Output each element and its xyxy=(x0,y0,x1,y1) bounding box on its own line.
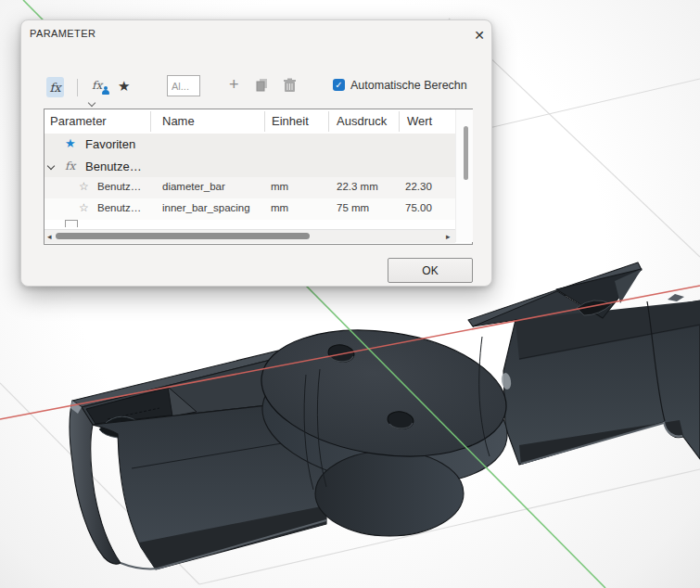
add-parameter-button[interactable]: + xyxy=(229,75,239,95)
vertical-scrollbar[interactable] xyxy=(455,109,473,242)
column-header-parameter[interactable]: Parameter xyxy=(50,114,107,128)
scroll-right-arrow-icon[interactable]: ▸ xyxy=(446,232,451,241)
column-header-ausdruck[interactable]: Ausdruck xyxy=(337,114,387,128)
column-header-wert[interactable]: Wert xyxy=(407,114,432,128)
row-unit: mm xyxy=(271,181,288,192)
row-category: Benutz… xyxy=(97,202,141,213)
3d-model-connector[interactable] xyxy=(70,262,700,569)
parameter-dialog: PARAMETER ✕ fx fx ★ + xyxy=(20,19,492,287)
row-expression[interactable]: 75 mm xyxy=(337,202,369,213)
column-divider xyxy=(328,111,329,132)
parameter-table: Parameter Name Einheit Ausdruck Wert ★ F… xyxy=(44,109,473,245)
parameter-row-inner-bar-spacing[interactable]: ☆ Benutz… inner_bar_spacing mm 75 mm 75.… xyxy=(45,198,455,220)
group-row-label: Benutze… xyxy=(85,160,142,173)
fx-icon: fx xyxy=(65,160,75,173)
favorite-toggle-star-icon[interactable]: ☆ xyxy=(79,201,89,214)
row-value: 22.30 xyxy=(405,181,432,192)
close-icon: ✕ xyxy=(474,28,485,43)
copy-icon xyxy=(255,78,270,93)
table-header-row: Parameter Name Einheit Ausdruck Wert xyxy=(45,109,455,134)
ground-line xyxy=(457,79,700,135)
row-value: 75.00 xyxy=(405,202,432,213)
application-window: PARAMETER ✕ fx fx ★ + xyxy=(0,0,700,588)
row-expression[interactable]: 22.3 mm xyxy=(337,181,378,192)
column-divider xyxy=(264,111,265,132)
favorites-row-label: Favoriten xyxy=(85,137,135,151)
ok-button[interactable]: OK xyxy=(388,258,473,283)
column-header-einheit[interactable]: Einheit xyxy=(272,114,309,128)
toolbar-separator xyxy=(77,79,78,96)
horizontal-scrollbar[interactable]: ◂ ▸ xyxy=(45,229,455,243)
favorites-row[interactable]: ★ Favoriten xyxy=(45,134,455,156)
copy-parameter-button[interactable] xyxy=(255,78,270,93)
favorites-filter-button[interactable]: ★ xyxy=(118,78,130,95)
user-parameter-button[interactable]: fx xyxy=(92,77,112,97)
delete-parameter-button[interactable] xyxy=(283,78,297,93)
checkmark-icon: ✓ xyxy=(335,80,342,90)
scroll-left-arrow-icon[interactable]: ◂ xyxy=(47,232,52,241)
column-divider xyxy=(150,111,151,132)
row-unit: mm xyxy=(271,202,288,213)
favorite-toggle-star-icon[interactable]: ☆ xyxy=(79,180,89,193)
auto-compute-checkbox[interactable]: ✓ xyxy=(333,79,345,91)
dialog-title: PARAMETER xyxy=(30,28,95,39)
trash-icon xyxy=(283,78,297,93)
parameter-row-diameter-bar[interactable]: ☆ Benutz… diameter_bar mm 22.3 mm 22.30 xyxy=(45,177,455,198)
plus-icon: + xyxy=(229,75,239,94)
user-parameters-group-row[interactable]: fx Benutze… xyxy=(45,156,455,177)
star-icon: ★ xyxy=(118,78,130,94)
partially-visible-row-icon xyxy=(65,220,78,227)
row-name: diameter_bar xyxy=(162,181,225,192)
vertical-scrollbar-thumb[interactable] xyxy=(464,126,468,180)
filter-input[interactable] xyxy=(167,75,200,96)
favorite-star-icon: ★ xyxy=(65,136,76,150)
row-name: inner_bar_spacing xyxy=(162,202,250,213)
fx-icon: fx xyxy=(49,81,60,95)
chevron-down-icon xyxy=(88,100,96,107)
show-all-parameters-button[interactable]: fx xyxy=(46,77,64,97)
column-header-name[interactable]: Name xyxy=(162,114,195,128)
ok-button-label: OK xyxy=(422,264,438,277)
horizontal-scrollbar-thumb[interactable] xyxy=(56,233,310,239)
chevron-down-icon[interactable] xyxy=(48,163,55,170)
close-button[interactable]: ✕ xyxy=(469,25,490,45)
user-icon xyxy=(101,86,109,95)
auto-compute-label: Automatische Berechn xyxy=(350,79,467,92)
column-divider xyxy=(399,111,400,132)
row-category: Benutz… xyxy=(97,181,141,192)
